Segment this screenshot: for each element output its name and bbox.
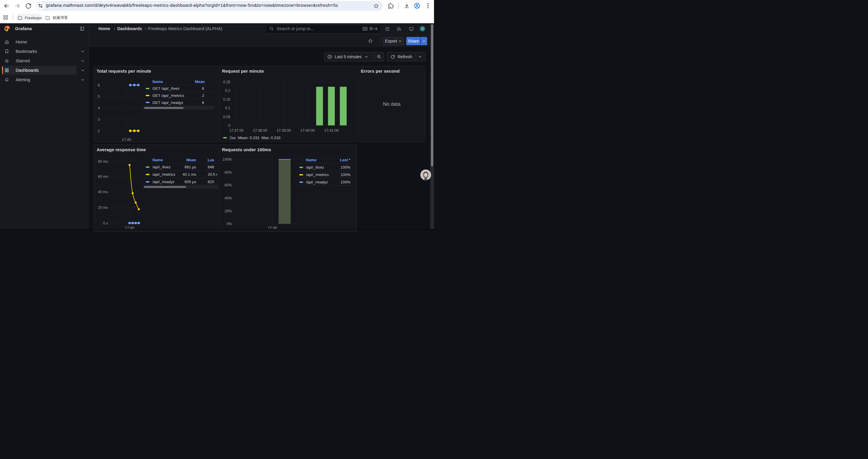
svg-text:17:39:00: 17:39:00 [277,129,291,133]
svg-text:661 µs: 661 µs [185,165,196,169]
svg-text:100%: 100% [222,157,232,162]
svg-text:60 ms: 60 ms [98,174,108,179]
svg-text:Last *: Last * [340,158,350,162]
svg-text:646: 646 [208,165,214,169]
svg-text:40.1 ms: 40.1 ms [183,172,196,177]
svg-text:100%: 100% [340,180,350,184]
svg-text:0.1: 0.1 [225,106,230,110]
svg-text:17:37:00: 17:37:00 [229,129,243,133]
svg-text:6: 6 [202,100,204,105]
svg-text:/api/_/metrics: /api/_/metrics [306,172,329,177]
svg-text:Mean: 0.233: Mean: 0.233 [238,136,259,140]
svg-text:Name: Name [152,158,163,162]
svg-text:17:40: 17:40 [122,138,131,142]
svg-text:Name: Name [306,158,316,162]
svg-text:/api/_/metrics: /api/_/metrics [152,172,176,177]
svg-text:Name: Name [152,79,163,84]
svg-text:0%: 0% [226,222,231,226]
svg-text:/api/_/livez: /api/_/livez [306,165,324,169]
svg-text:0: 0 [228,124,230,128]
svg-text:100%: 100% [340,165,350,169]
svg-text:6: 6 [202,86,204,91]
svg-text:0.05: 0.05 [223,115,230,119]
svg-text:2: 2 [202,93,204,98]
svg-text:GET /api/_/metrics: GET /api/_/metrics [152,93,184,98]
svg-text:20%: 20% [224,209,231,213]
svg-text:0.15: 0.15 [223,97,230,102]
svg-text:3: 3 [98,118,100,122]
svg-text:620: 620 [208,179,214,184]
svg-text:GET /api/_/livez: GET /api/_/livez [152,86,180,91]
svg-text:20.5 r: 20.5 r [208,172,218,177]
svg-text:0.25: 0.25 [223,80,230,84]
svg-text:4: 4 [98,106,100,110]
svg-text:605 µs: 605 µs [185,179,196,184]
svg-text:/api/_/readyz: /api/_/readyz [306,180,328,184]
svg-text:0.2: 0.2 [225,89,230,93]
svg-text:40%: 40% [224,196,231,200]
svg-text:80 ms: 80 ms [98,160,108,164]
svg-text:100%: 100% [340,172,350,177]
svg-text:60%: 60% [224,183,231,187]
svg-text:GET /api/_/readyz: GET /api/_/readyz [152,100,183,105]
svg-text:Mean: Mean [186,158,196,162]
svg-text:/api/_/readyz: /api/_/readyz [152,179,174,184]
svg-text:20 ms: 20 ms [98,205,108,210]
svg-text:17:41:00: 17:41:00 [324,129,339,133]
svg-text:17:40:00: 17:40:00 [300,129,315,133]
svg-text:0 s: 0 s [103,221,108,225]
svg-text:Max: 0.233: Max: 0.233 [261,136,280,140]
svg-text:17:38:00: 17:38:00 [253,129,267,133]
svg-text:2: 2 [98,129,100,133]
svg-text:/api/_/livez: /api/_/livez [152,165,170,169]
svg-text:5: 5 [98,95,100,99]
svg-text:Mean: Mean [195,79,205,84]
svg-text:80%: 80% [224,170,231,174]
svg-text:6: 6 [98,83,100,88]
svg-text:40 ms: 40 ms [98,190,108,194]
svg-text:2xx: 2xx [229,136,236,140]
svg-text:Las: Las [208,158,214,162]
